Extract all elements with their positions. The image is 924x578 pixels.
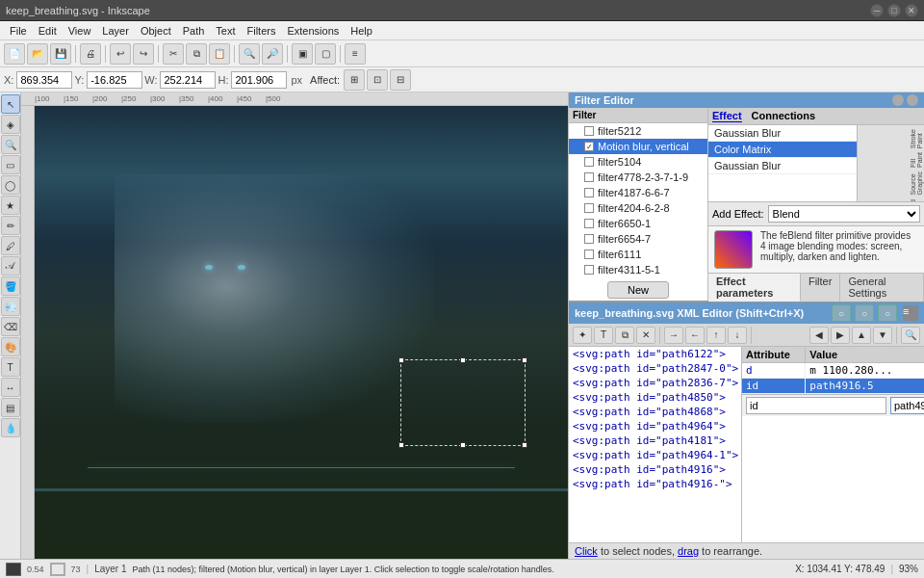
cut-button[interactable]: ✂ — [163, 43, 184, 65]
xml-settings-btn[interactable]: ≡ — [903, 305, 918, 321]
xml-delete[interactable]: ✕ — [636, 327, 655, 344]
gradient-tool[interactable]: ▤ — [1, 398, 20, 417]
print-button[interactable]: 🖨 — [80, 43, 101, 65]
w-input[interactable] — [160, 71, 216, 89]
text-tool[interactable]: T — [1, 357, 20, 377]
filter-checkbox-filter5104[interactable] — [584, 157, 594, 167]
menu-path[interactable]: Path — [177, 23, 211, 39]
xml-nav-next[interactable]: ▶ — [831, 327, 850, 344]
filter-editor-minimize[interactable] — [892, 94, 904, 106]
filter-checkbox-filter6654[interactable] — [584, 234, 594, 244]
affect-geo-button[interactable]: ⊞ — [344, 69, 365, 91]
menu-edit[interactable]: Edit — [33, 23, 63, 39]
xml-node-4[interactable]: <svg:path id="path4868"> — [569, 405, 741, 419]
paint-tool[interactable]: 🪣 — [1, 276, 20, 296]
filter-item-filter6650[interactable]: filter6650-1 — [569, 216, 707, 231]
xml-nav-circle-prev[interactable]: ○ — [832, 304, 851, 322]
node-tool[interactable]: ◈ — [1, 115, 20, 134]
fill-indicator[interactable] — [6, 563, 21, 576]
filter-checkbox-filter4187[interactable] — [584, 188, 594, 197]
xml-attr-row-1[interactable]: idpath4916.5 — [742, 379, 924, 394]
xml-status-click[interactable]: Click — [575, 545, 598, 557]
menu-text[interactable]: Text — [210, 23, 241, 39]
filter-item-filter5104[interactable]: filter5104 — [569, 154, 707, 170]
menu-file[interactable]: File — [4, 23, 33, 39]
effect-item-0[interactable]: Gaussian Blur — [708, 125, 857, 142]
filter-checkbox-motion_blur_vertical[interactable] — [584, 142, 594, 151]
x-input[interactable] — [16, 71, 72, 89]
handle-tl[interactable] — [398, 357, 404, 363]
filter-checkbox-filter6111[interactable] — [584, 250, 594, 259]
filter-item-filter6111[interactable]: filter6111 — [569, 247, 707, 262]
handle-bm[interactable] — [460, 442, 466, 448]
zoom-out-button[interactable]: 🔎 — [262, 43, 283, 65]
xml-nav-prev[interactable]: ◀ — [809, 327, 829, 344]
xml-duplicate[interactable]: ⧉ — [615, 327, 634, 344]
connector-tool[interactable]: ↔ — [1, 378, 20, 397]
xml-nav-down[interactable]: ▼ — [873, 327, 892, 344]
filter-item-filter5212[interactable]: filter5212 — [569, 123, 707, 139]
menu-filters[interactable]: Filters — [242, 23, 282, 39]
menu-view[interactable]: View — [63, 23, 97, 39]
pencil-tool[interactable]: ✏ — [1, 216, 20, 235]
canvas-image[interactable] — [35, 106, 568, 559]
affect-stroke-button[interactable]: ⊡ — [367, 69, 388, 91]
filter-item-motion_blur_vertical[interactable]: Motion blur, vertical — [569, 139, 707, 154]
xml-node-1[interactable]: <svg:path id="path2847-0"> — [569, 361, 741, 376]
xml-new-text[interactable]: T — [594, 327, 613, 344]
xml-node-3[interactable]: <svg:path id="path4850"> — [569, 390, 741, 405]
xml-node-5[interactable]: <svg:path id="path4964"> — [569, 419, 741, 434]
maximize-button[interactable]: □ — [887, 4, 901, 17]
xml-node-0[interactable]: <svg:path id="path6122"> — [569, 347, 741, 361]
handle-bl[interactable] — [398, 442, 404, 448]
filter-item-filter4778[interactable]: filter4778-2-3-7-1-9 — [569, 170, 707, 185]
open-button[interactable]: 📂 — [27, 43, 48, 65]
xml-node-6[interactable]: <svg:path id="path4181"> — [569, 434, 741, 448]
affect-content-button[interactable]: ⊟ — [390, 69, 411, 91]
xml-node-7[interactable]: <svg:path id="path4964-1"> — [569, 448, 741, 462]
handle-tr[interactable] — [522, 357, 527, 363]
ungroup-button[interactable]: ▢ — [315, 43, 336, 65]
menu-layer[interactable]: Layer — [96, 23, 135, 39]
xml-node-9[interactable]: <svg:path id="path4916-"> — [569, 477, 741, 491]
ep-tab-params[interactable]: Effect parameters — [708, 274, 801, 302]
close-button[interactable]: ✕ — [905, 4, 918, 17]
xml-indent[interactable]: → — [664, 327, 683, 344]
add-effect-select[interactable]: Blend ColorMatrix Composite GaussianBlur — [768, 205, 920, 223]
effect-item-2[interactable]: Gaussian Blur — [708, 158, 857, 174]
pen-tool[interactable]: 🖊 — [1, 236, 20, 255]
effect-tab-effect[interactable]: Effect — [712, 110, 742, 122]
filter-checkbox-filter4311[interactable] — [584, 265, 594, 275]
menu-extensions[interactable]: Extensions — [281, 23, 345, 39]
copy-button[interactable]: ⧉ — [186, 43, 207, 65]
zoom-tool[interactable]: 🔍 — [1, 135, 20, 154]
filter-checkbox-filter4778[interactable] — [584, 172, 594, 182]
eraser-tool[interactable]: ⌫ — [1, 317, 20, 336]
filter-item-filter4187[interactable]: filter4187-6-6-7 — [569, 185, 707, 200]
zoom-in-button[interactable]: 🔍 — [239, 43, 260, 65]
canvas-content[interactable] — [35, 106, 568, 559]
filter-item-filter4204[interactable]: filter4204-6-2-8 — [569, 200, 707, 216]
y-input[interactable] — [87, 71, 142, 89]
group-button[interactable]: ▣ — [292, 43, 313, 65]
save-button[interactable]: 💾 — [50, 43, 71, 65]
handle-tm[interactable] — [460, 357, 466, 363]
menu-object[interactable]: Object — [135, 23, 177, 39]
select-tool[interactable]: ↖ — [1, 94, 20, 114]
star-tool[interactable]: ★ — [1, 196, 20, 215]
menu-help[interactable]: Help — [345, 23, 378, 39]
filter-checkbox-filter4204[interactable] — [584, 203, 594, 213]
filter-editor-close[interactable] — [907, 94, 918, 106]
xml-status-drag[interactable]: drag — [678, 545, 699, 557]
xml-search[interactable]: 🔍 — [901, 327, 920, 344]
dropper-tool[interactable]: 💧 — [1, 418, 20, 437]
xml-unindent[interactable]: ← — [685, 327, 705, 344]
ep-tab-filter[interactable]: Filter — [801, 274, 840, 302]
effect-item-1[interactable]: Color Matrix — [708, 142, 857, 158]
filter-new-button[interactable]: New — [607, 281, 669, 299]
xml-attr-row-0[interactable]: dm 1100.280... — [742, 363, 924, 379]
xml-attr-name-input[interactable] — [746, 397, 886, 414]
xml-nav-circle-next[interactable]: ○ — [855, 304, 874, 322]
minimize-button[interactable]: ─ — [870, 4, 884, 17]
new-button[interactable]: 📄 — [4, 43, 25, 65]
